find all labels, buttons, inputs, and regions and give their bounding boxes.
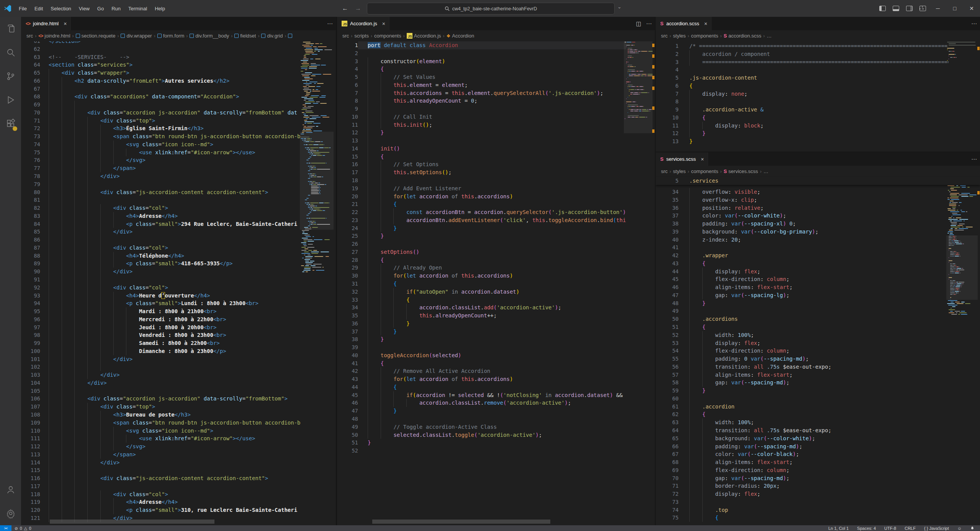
breadcrumb-item[interactable]: components: [691, 33, 718, 39]
line-number[interactable]: 74: [21, 141, 40, 149]
code-line[interactable]: padding: 0 var(--spacing-md);: [679, 355, 949, 363]
tab-close-icon[interactable]: ×: [704, 21, 707, 27]
line-number[interactable]: 96: [21, 315, 40, 324]
more-actions-icon[interactable]: ⋯: [971, 20, 977, 27]
more-actions-icon[interactable]: ⋯: [327, 20, 333, 27]
code-line[interactable]: color: var(--color-black);: [679, 450, 949, 458]
menu-item-file[interactable]: File: [15, 4, 30, 13]
line-number[interactable]: 23: [337, 216, 358, 224]
line-number[interactable]: 34: [656, 188, 679, 196]
line-number[interactable]: 13: [656, 137, 679, 145]
code-line[interactable]: [40, 466, 302, 474]
line-number[interactable]: 78: [21, 172, 40, 180]
line-number[interactable]: 47: [337, 407, 358, 415]
more-actions-icon[interactable]: ⋯: [971, 156, 977, 163]
code-line[interactable]: </div>: [40, 268, 302, 276]
line-number[interactable]: 44: [656, 268, 679, 276]
line-number[interactable]: 1: [656, 42, 679, 50]
breadcrumb-item[interactable]: [288, 34, 294, 38]
line-number[interactable]: 8: [656, 98, 679, 106]
line-number[interactable]: 54: [656, 347, 679, 355]
line-number[interactable]: 4: [656, 66, 679, 74]
line-number[interactable]: 20: [337, 193, 358, 201]
code-line[interactable]: .accordion: [679, 403, 949, 411]
code-line[interactable]: [40, 482, 302, 490]
breadcrumb-item[interactable]: src: [661, 168, 668, 174]
line-number[interactable]: 55: [656, 355, 679, 363]
eol-sequence[interactable]: CRLF: [905, 526, 916, 531]
breadcrumb[interactable]: src›styles›components›Saccordion.scss›…: [656, 30, 980, 41]
breadcrumb-item[interactable]: Sservices.scss: [723, 168, 758, 174]
line-number[interactable]: 86: [21, 236, 40, 244]
code-line[interactable]: <section class="services">: [40, 61, 302, 69]
code-line[interactable]: gap: var(--spacing-md);: [679, 379, 949, 387]
code-line[interactable]: overflow: visible;: [679, 188, 949, 196]
code-line[interactable]: .wrapper: [679, 252, 949, 260]
code-line[interactable]: accordion.classList.remove('accordion-ac…: [358, 399, 626, 407]
code-line[interactable]: gap: var(--spacing-md);: [679, 474, 949, 482]
code-line[interactable]: for(let accordion of this.accordions): [358, 193, 626, 201]
breadcrumb-item[interactable]: styles: [673, 33, 686, 39]
code-editor[interactable]: 1234567891011121314151617181920212223242…: [337, 41, 655, 525]
line-number[interactable]: 27: [337, 248, 358, 256]
line-number[interactable]: 121: [21, 514, 40, 522]
command-center-search[interactable]: cw4_tp2_baie-ste-catherine-NoahFevrD: [367, 3, 615, 15]
toggle-sidebar-icon[interactable]: [879, 6, 886, 11]
line-number[interactable]: 74: [656, 506, 679, 514]
code-line[interactable]: </div>: [40, 379, 302, 387]
code-line[interactable]: {: [358, 153, 626, 161]
line-number[interactable]: 44: [337, 383, 358, 391]
line-number[interactable]: 113: [21, 451, 40, 459]
code-line[interactable]: this.element = element;: [358, 81, 626, 89]
line-number[interactable]: 116: [21, 474, 40, 482]
code-line[interactable]: }: [358, 407, 626, 415]
line-number[interactable]: 108: [21, 411, 40, 419]
code-line[interactable]: }: [358, 129, 626, 137]
problems-summary[interactable]: ⊘ 0 △ 0: [15, 526, 31, 531]
notifications-bell-icon[interactable]: [970, 526, 975, 531]
code-line[interactable]: <h3>Église Saint-Firmin</h3>: [40, 124, 302, 132]
line-number[interactable]: 72: [656, 490, 679, 498]
code-line[interactable]: // Toggle accordion-Active Class: [358, 423, 626, 431]
line-number[interactable]: 76: [21, 156, 40, 164]
code-line[interactable]: z-index: 20;: [679, 236, 949, 244]
code-line[interactable]: }: [358, 439, 626, 447]
line-number[interactable]: 93: [21, 292, 40, 300]
code-line[interactable]: overflow-x: clip;: [679, 196, 949, 204]
code-line[interactable]: align-items: flex-start;: [679, 371, 949, 379]
line-number[interactable]: 22: [337, 208, 358, 216]
line-number[interactable]: 69: [656, 466, 679, 474]
line-number[interactable]: 9: [337, 105, 358, 113]
line-number[interactable]: 9: [656, 106, 679, 114]
code-line[interactable]: [679, 498, 949, 506]
line-number[interactable]: 6: [337, 81, 358, 89]
line-number[interactable]: 7: [656, 90, 679, 98]
tab-close-icon[interactable]: ×: [64, 21, 67, 27]
menu-item-help[interactable]: Help: [151, 4, 169, 13]
code-line[interactable]: {: [358, 359, 626, 368]
line-number[interactable]: 112: [21, 443, 40, 451]
line-number[interactable]: 18: [337, 176, 358, 185]
line-number[interactable]: 12: [337, 129, 358, 137]
menu-item-selection[interactable]: Selection: [47, 4, 74, 13]
code-line[interactable]: this.init();: [358, 121, 626, 129]
line-number[interactable]: 5: [337, 73, 358, 81]
cursor-position[interactable]: Ln 1, Col 1: [828, 526, 849, 531]
code-line[interactable]: flex-direction: column;: [679, 275, 949, 283]
forward-arrow-icon[interactable]: →: [355, 5, 361, 12]
line-number[interactable]: 30: [337, 272, 358, 280]
line-number[interactable]: 89: [21, 260, 40, 268]
code-line[interactable]: display: flex;: [679, 490, 949, 498]
line-number[interactable]: 95: [21, 307, 40, 315]
line-number[interactable]: 42: [656, 252, 679, 260]
line-number[interactable]: 70: [656, 474, 679, 482]
line-number[interactable]: 83: [21, 212, 40, 220]
code-line[interactable]: <!-- -SERVICES- -->: [40, 53, 302, 61]
line-number[interactable]: 46: [656, 283, 679, 291]
tab-services.scss[interactable]: Sservices.scss×: [656, 152, 708, 166]
line-number[interactable]: 119: [21, 498, 40, 506]
code-line[interactable]: {: [679, 260, 949, 268]
line-number[interactable]: 24: [337, 224, 358, 232]
code-line[interactable]: </span>: [40, 451, 302, 459]
line-number[interactable]: 70: [21, 109, 40, 117]
